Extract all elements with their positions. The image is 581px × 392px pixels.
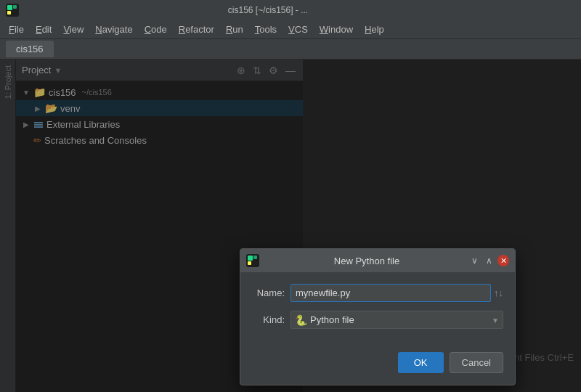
name-label: Name:	[252, 287, 285, 298]
menu-vcs[interactable]: VCS	[283, 23, 314, 36]
dialog-footer: OK Cancel	[240, 349, 515, 385]
title-bar-left	[6, 4, 19, 17]
pycharm-logo-icon	[6, 4, 19, 17]
cancel-button[interactable]: Cancel	[450, 352, 503, 373]
kind-label: Kind:	[252, 314, 285, 325]
menu-edit[interactable]: Edit	[30, 23, 57, 36]
menu-window[interactable]: Window	[314, 23, 359, 36]
new-python-file-dialog: New Python file ∨ ∧ ✕ Name: ↑↓ Kind: 🐍	[240, 248, 516, 385]
menu-bar: File Edit View Navigate Code Refactor Ru…	[0, 20, 581, 39]
svg-rect-1	[7, 5, 12, 10]
svg-rect-8	[248, 256, 253, 261]
name-input[interactable]	[290, 284, 491, 302]
dialog-title: New Python file	[265, 256, 468, 266]
name-row: Name: ↑↓	[252, 284, 503, 302]
svg-rect-9	[248, 261, 251, 265]
tab-cis156[interactable]: cis156	[6, 41, 54, 57]
dialog-controls: ∨ ∧ ✕	[468, 255, 509, 266]
menu-code[interactable]: Code	[139, 23, 173, 36]
tab-bar: cis156	[0, 39, 581, 60]
menu-help[interactable]: Help	[359, 23, 390, 36]
menu-file[interactable]: File	[3, 23, 30, 36]
dialog-close-icon[interactable]: ✕	[497, 255, 509, 266]
kind-python-icon: 🐍	[295, 314, 307, 326]
dialog-minimize-icon[interactable]: ∨	[468, 255, 480, 266]
window-title: cis156 [~/cis156] - ...	[228, 5, 308, 15]
kind-select[interactable]: Python file Python unit test Python stub	[290, 311, 503, 329]
dialog-body: Name: ↑↓ Kind: 🐍 Python file Python unit…	[240, 272, 515, 349]
svg-rect-2	[7, 11, 11, 15]
ok-button[interactable]: OK	[398, 352, 444, 373]
name-input-wrap: ↑↓	[290, 284, 503, 302]
menu-navigate[interactable]: Navigate	[89, 23, 138, 36]
sort-icon[interactable]: ↑↓	[494, 287, 503, 298]
svg-rect-10	[253, 256, 257, 259]
dialog-pycharm-logo-icon	[246, 254, 259, 267]
kind-select-wrap: 🐍 Python file Python unit test Python st…	[290, 311, 503, 329]
dialog-maximize-icon[interactable]: ∧	[483, 255, 495, 266]
menu-run[interactable]: Run	[220, 23, 249, 36]
kind-row: Kind: 🐍 Python file Python unit test Pyt…	[252, 311, 503, 329]
menu-refactor[interactable]: Refactor	[173, 23, 220, 36]
menu-view[interactable]: View	[57, 23, 89, 36]
svg-rect-3	[13, 5, 17, 9]
main-content: 1: Project Project ▼ ⊕ ⇅ ⚙ — ▼ 📁 cis156 …	[0, 60, 581, 392]
dialog-titlebar: New Python file ∨ ∧ ✕	[240, 249, 515, 272]
menu-tools[interactable]: Tools	[249, 23, 283, 36]
title-bar: cis156 [~/cis156] - ...	[0, 0, 581, 20]
